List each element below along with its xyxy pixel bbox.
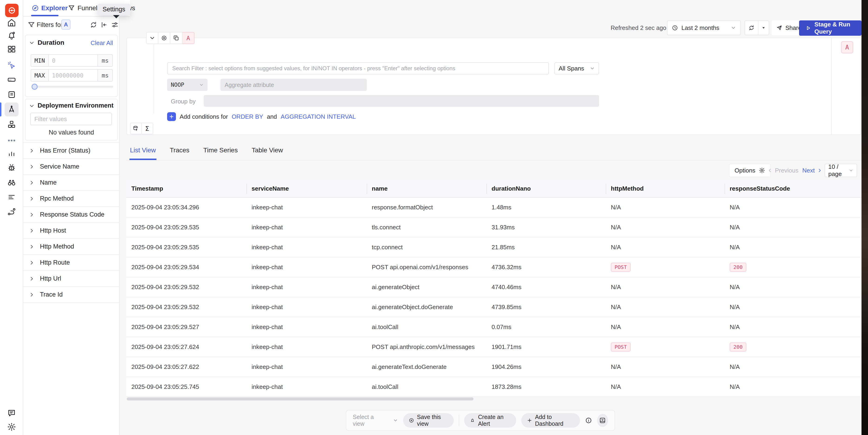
deployment-filter-input[interactable] (30, 113, 112, 125)
signoz-logo-icon[interactable] (5, 4, 19, 17)
duration-slider[interactable] (32, 86, 113, 88)
more-ellipsis-icon[interactable] (5, 134, 19, 147)
traces-compass-icon[interactable] (5, 102, 19, 116)
tab-time-series[interactable]: Time Series (203, 142, 238, 160)
table-row[interactable]: 2025-09-04 23:05:29.535inkeep-chattls.co… (126, 218, 862, 237)
refresh-icon[interactable] (745, 21, 758, 35)
tab-table-view[interactable]: Table View (251, 142, 283, 160)
chevron-right-icon (817, 168, 823, 173)
save-view-button[interactable]: Save this view (403, 413, 454, 428)
aggregation-interval-link[interactable]: AGGREGATION INTERVAL (281, 113, 356, 120)
previous-button[interactable]: Previous (767, 164, 798, 177)
cell-http_method: N/A (606, 297, 724, 317)
query-chip-right[interactable]: A (841, 41, 853, 53)
services-cubes-icon[interactable] (5, 118, 19, 131)
add-to-dashboard-button[interactable]: Add to Dashboard (521, 413, 580, 428)
chevron-down-icon (393, 418, 398, 423)
funnel-icon (68, 4, 75, 12)
table-row[interactable]: 2025-09-04 23:05:29.532inkeep-chatai.gen… (126, 297, 862, 317)
query-a-chip[interactable]: A (61, 20, 70, 30)
table-row[interactable]: 2025-09-04 23:05:34.296inkeep-chatrespon… (126, 198, 862, 218)
view-select[interactable]: Select a view (353, 414, 398, 427)
service-map-binoculars-icon[interactable] (5, 175, 19, 190)
search-filter-input[interactable] (167, 62, 549, 74)
settings-gear-icon[interactable] (5, 420, 19, 434)
filter-section-row[interactable]: Http Route (23, 255, 120, 271)
column-header-timestamp[interactable]: Timestamp (126, 180, 246, 197)
filter-section-row[interactable]: Http Method (23, 239, 120, 255)
page-size-select[interactable]: 10 / page (825, 164, 857, 177)
tab-list-view[interactable]: List View (129, 142, 156, 160)
query-letter-chip[interactable]: A (182, 32, 194, 44)
options-button[interactable]: Options (729, 164, 771, 177)
next-button[interactable]: Next (802, 164, 823, 177)
min-input[interactable] (48, 54, 98, 67)
alerts-bell-icon[interactable] (5, 29, 19, 42)
column-header-servicename[interactable]: serviceName (246, 180, 367, 197)
exceptions-bug-icon[interactable] (5, 161, 19, 175)
query-builder-toggle-button[interactable] (130, 123, 142, 134)
column-header-name[interactable]: name (367, 180, 487, 197)
collapse-footer-button[interactable] (597, 414, 608, 427)
time-range-select[interactable]: Last 2 months (667, 21, 741, 35)
filter-section-row[interactable]: Has Error (Status) (23, 143, 120, 159)
stage-run-query-button[interactable]: Stage & Run Query (799, 21, 862, 36)
filter-section-row[interactable]: Service Name (23, 159, 120, 175)
table-row[interactable]: 2025-09-04 23:05:29.532inkeep-chatai.gen… (126, 277, 862, 297)
formula-button[interactable]: Σ (142, 123, 153, 134)
chevron-down-icon[interactable] (29, 103, 35, 109)
cell-duration: 4739.85ms (487, 297, 606, 317)
table-row[interactable]: 2025-09-04 23:05:29.527inkeep-chatai.too… (126, 317, 862, 337)
query-collapse-button[interactable] (146, 32, 158, 44)
filter-section-row[interactable]: Http Host (23, 223, 120, 239)
column-header-httpmethod[interactable]: httpMethod (606, 180, 724, 197)
clear-all-link[interactable]: Clear All (91, 39, 113, 46)
info-icon[interactable] (585, 417, 592, 424)
home-icon[interactable] (5, 16, 19, 30)
infrastructure-server-icon[interactable] (5, 73, 19, 87)
horizontal-scrollbar[interactable] (127, 397, 473, 400)
tab-traces[interactable]: Traces (169, 142, 190, 160)
tab-funnels[interactable]: Funnels (68, 0, 101, 16)
filter-section-row[interactable]: Name (23, 175, 120, 191)
aggregate-operator-select[interactable]: NOOP (167, 79, 208, 91)
filter-section-row[interactable]: Response Status Code (23, 207, 120, 223)
get-started-cursor-icon[interactable] (5, 58, 19, 72)
filter-section-row[interactable]: Trace Id (23, 287, 120, 303)
query-visibility-button[interactable] (158, 32, 170, 44)
query-copy-button[interactable] (170, 32, 182, 44)
chevron-down-icon[interactable] (29, 40, 35, 46)
collapse-filters-icon[interactable] (100, 21, 108, 29)
create-alert-button[interactable]: Create an Alert (464, 413, 516, 428)
pipelines-list-icon[interactable] (5, 190, 19, 204)
metrics-bars-icon[interactable] (5, 146, 19, 160)
sync-filters-icon[interactable] (90, 21, 97, 29)
filter-section-label: Trace Id (40, 291, 63, 298)
tab-explorer[interactable]: Explorer (32, 0, 68, 16)
cell-status_code: N/A (724, 277, 862, 297)
dashboards-grid-icon[interactable] (5, 42, 19, 56)
integrations-route-icon[interactable] (5, 205, 19, 219)
table-row[interactable]: 2025-09-04 23:05:29.534inkeep-chatPOST a… (126, 257, 862, 277)
max-input[interactable] (48, 69, 98, 81)
table-row[interactable]: 2025-09-04 23:05:27.624inkeep-chatPOST a… (126, 337, 862, 357)
filter-settings-icon[interactable] (111, 21, 119, 29)
table-row[interactable]: 2025-09-04 23:05:25.745inkeep-chatai.too… (126, 377, 862, 397)
table-row[interactable]: 2025-09-04 23:05:29.535inkeep-chattcp.co… (126, 237, 862, 257)
aggregate-attribute-input[interactable] (220, 79, 367, 91)
logs-scroll-icon[interactable] (5, 88, 19, 102)
column-header-responsestatuscode[interactable]: responseStatusCode (724, 180, 862, 197)
cell-service_name: inkeep-chat (246, 257, 367, 277)
column-separator (367, 183, 367, 194)
column-header-durationnano[interactable]: durationNano (487, 180, 606, 197)
all-spans-select[interactable]: All Spans (554, 62, 599, 74)
support-chat-icon[interactable] (5, 406, 19, 420)
group-by-input[interactable] (204, 95, 599, 107)
filter-section-row[interactable]: Http Url (23, 271, 120, 287)
table-row[interactable]: 2025-09-04 23:05:27.622inkeep-chatai.gen… (126, 357, 862, 377)
slider-handle[interactable] (32, 84, 38, 90)
order-by-link[interactable]: ORDER BY (231, 113, 263, 120)
refresh-options-caret-icon[interactable] (758, 21, 769, 35)
filter-section-row[interactable]: Rpc Method (23, 191, 120, 207)
add-condition-button[interactable] (167, 112, 176, 121)
